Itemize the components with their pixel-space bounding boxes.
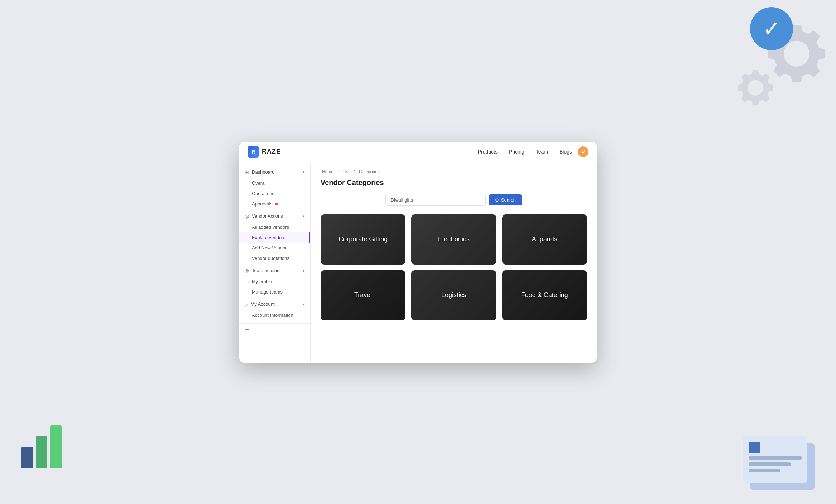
search-button[interactable]: ⊙ Search (489, 194, 522, 205)
my-account-chevron-icon: ▴ (303, 302, 304, 306)
my-account-left: ○ My Account (245, 301, 275, 307)
bg-doc-line-3 (749, 469, 780, 472)
category-grid: Corporate GiftingElectronicsApparelsTrav… (321, 214, 587, 320)
breadcrumb-current: Categories (359, 169, 380, 174)
sidebar-dashboard-left: ⊞ Dashboard (245, 169, 275, 175)
breadcrumb-sep-2: / (354, 169, 355, 174)
vendor-actions-label: Vendor Actions (252, 213, 283, 219)
logo-letter: R (251, 149, 255, 155)
bg-doc-line-1 (749, 456, 802, 460)
bg-doc-front (743, 436, 807, 483)
dashboard-chevron-icon: ▾ (303, 170, 304, 174)
team-actions-label: Team actoins (252, 268, 279, 273)
nav-link-products[interactable]: Products (478, 149, 498, 155)
search-button-label: Search (501, 197, 516, 203)
sidebar-item-explore-vendors[interactable]: Explore vendors (239, 232, 310, 243)
sidebar-item-add-vendor[interactable]: Add New Vendor (239, 243, 310, 253)
card-label-corporate: Corporate Gifting (338, 236, 388, 243)
sidebar-item-approvals[interactable]: Approvals (239, 199, 310, 209)
sidebar: ⊞ Dashboard ▾ Overall Quotations Approva… (239, 162, 311, 363)
sidebar-item-overall[interactable]: Overall (239, 178, 310, 188)
sidebar-section-dashboard: ⊞ Dashboard ▾ Overall Quotations Approva… (239, 166, 310, 209)
search-bar: ⊙ Search (321, 194, 587, 206)
logo-area: R RAZE (248, 146, 281, 158)
avatar[interactable]: U (578, 146, 588, 157)
vendor-actions-icon: ◎ (245, 213, 249, 219)
bg-doc-line-2 (749, 462, 791, 466)
card-label-travel: Travel (354, 291, 372, 299)
vendor-actions-chevron-icon: ▴ (303, 214, 304, 218)
sidebar-item-team-actions[interactable]: ◎ Team actoins ▴ (239, 265, 310, 276)
sidebar-item-vendor-quotations[interactable]: Vendor quotations (239, 253, 310, 263)
sidebar-bottom: ☰ (239, 323, 310, 339)
bg-bar-1 (21, 447, 33, 468)
nav-links: Products Pricing Team Blogs (478, 149, 572, 155)
category-card-electronics[interactable]: Electronics (411, 214, 496, 265)
content-area: Home / List / Categories Vendor Categori… (311, 162, 597, 363)
sidebar-item-all-vendors[interactable]: All added vendors (239, 222, 310, 232)
category-card-apparels[interactable]: Apparels (502, 214, 587, 265)
sidebar-item-my-profile[interactable]: My profile (239, 276, 310, 287)
top-nav: R RAZE Products Pricing Team Blogs U (239, 142, 597, 162)
team-actions-chevron-icon: ▴ (303, 268, 304, 272)
sidebar-item-vendor-actions[interactable]: ◎ Vendor Actions ▴ (239, 210, 310, 222)
bg-gear-small-icon (736, 68, 775, 109)
main-layout: ⊞ Dashboard ▾ Overall Quotations Approva… (239, 162, 597, 363)
card-label-logistics: Logistics (441, 291, 466, 299)
sidebar-item-manage-teams[interactable]: Manage teams (239, 287, 310, 297)
card-label-apparels: Apparels (532, 236, 557, 243)
page-title: Vendor Categories (321, 179, 587, 187)
breadcrumb: Home / List / Categories (321, 169, 587, 174)
nav-link-team[interactable]: Team (536, 149, 548, 155)
category-card-food[interactable]: Food & Catering (502, 270, 587, 320)
sidebar-item-my-account[interactable]: ○ My Account ▴ (239, 299, 310, 310)
sidebar-item-dashboard[interactable]: ⊞ Dashboard ▾ (239, 166, 310, 178)
team-actions-icon: ◎ (245, 268, 249, 273)
card-label-electronics: Electronics (438, 236, 470, 243)
card-label-food: Food & Catering (521, 291, 568, 299)
dashboard-icon: ⊞ (245, 169, 249, 175)
team-actions-left: ◎ Team actoins (245, 268, 279, 273)
approvals-badge (275, 203, 278, 205)
bg-bar-2 (36, 436, 47, 468)
sidebar-collapse-icon[interactable]: ☰ (245, 328, 250, 334)
category-card-travel[interactable]: Travel (321, 270, 405, 320)
nav-link-blogs[interactable]: Blogs (559, 149, 572, 155)
my-account-label: My Account (250, 301, 274, 307)
search-icon: ⊙ (495, 197, 499, 203)
logo-icon: R (248, 146, 259, 158)
sidebar-section-team: ◎ Team actoins ▴ My profile Manage teams (239, 265, 310, 297)
category-card-corporate[interactable]: Corporate Gifting (321, 214, 405, 265)
breadcrumb-sep-1: / (337, 169, 338, 174)
sidebar-item-quotations[interactable]: Quotations (239, 188, 310, 199)
sidebar-dashboard-label: Dashboard (252, 169, 275, 175)
bg-doc-icon (749, 442, 760, 453)
bg-document (743, 436, 807, 483)
my-account-icon: ○ (245, 301, 248, 307)
nav-link-pricing[interactable]: Pricing (509, 149, 524, 155)
sidebar-section-account: ○ My Account ▴ Account Information (239, 299, 310, 320)
category-card-logistics[interactable]: Logistics (411, 270, 496, 320)
bg-bar-3 (50, 425, 62, 468)
app-window: R RAZE Products Pricing Team Blogs U ⊞ D… (239, 142, 597, 363)
breadcrumb-list[interactable]: List (343, 169, 350, 174)
approvals-label: Approvals (252, 201, 273, 207)
bg-bar-chart (21, 425, 62, 468)
sidebar-item-account-info[interactable]: Account Information (239, 310, 310, 320)
search-input[interactable] (385, 194, 486, 206)
breadcrumb-home[interactable]: Home (322, 169, 333, 174)
sidebar-section-vendor: ◎ Vendor Actions ▴ All added vendors Exp… (239, 210, 310, 263)
logo-text: RAZE (262, 148, 281, 155)
vendor-actions-left: ◎ Vendor Actions (245, 213, 283, 219)
bg-checkmark-icon: ✓ (750, 7, 793, 50)
